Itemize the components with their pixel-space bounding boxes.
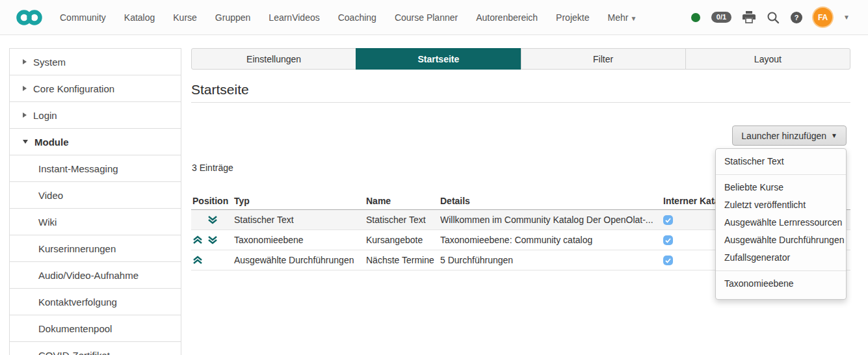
admin-sidebar: System Core Konfiguration Login Module I… [9,48,181,355]
cell-typ: Taxonomieebene [234,235,366,245]
chevron-down-icon: ▼ [831,132,837,139]
print-icon[interactable] [743,11,756,23]
column-header-position[interactable]: Position [191,196,234,206]
sidebar-item-label: COVID-Zertifikat [38,350,110,355]
tab-einstellungen[interactable]: Einstellungen [191,48,356,70]
cell-details: 5 Durchführungen [440,255,663,265]
tab-startseite[interactable]: Startseite [356,48,521,70]
navbar-controls: 0/1 ? FA ▼ [691,8,850,27]
sidebar-item-audio-video-aufnahme[interactable]: Audio/Video-Aufnahme [10,262,181,289]
chevron-down-icon [23,140,28,144]
sidebar-item-label: Wiki [38,217,57,228]
sidebar-item-module[interactable]: Module [10,129,181,155]
sidebar-item-label: Dokumentenpool [38,323,112,334]
cell-name: Nächste Termine [366,255,440,265]
cell-name: Kursangebote [366,235,440,245]
sidebar-item-label: Module [34,137,69,148]
menu-item-ausgewaehlte-durchfuehrungen[interactable]: Ausgewählte Durchführungen [716,231,846,249]
assessment-counter-badge[interactable]: 0/1 [711,12,731,23]
admin-page: Community Katalog Kurse Gruppen LearnVid… [0,0,868,355]
add-launcher-button[interactable]: Launcher hinzufügen ▼ [732,125,847,146]
cell-typ: Ausgewählte Durchführungen [234,255,366,265]
column-header-typ[interactable]: Typ [234,196,366,206]
menu-item-zuletzt-veroeffentlicht[interactable]: Zuletzt veröffentlicht [716,196,846,214]
sidebar-item-label: Instant-Messaging [38,163,118,174]
sidebar-item-instant-messaging[interactable]: Instant-Messaging [10,155,181,182]
sidebar-item-wiki[interactable]: Wiki [10,209,181,235]
nav-item-kurse[interactable]: Kurse [173,12,197,23]
move-up-icon[interactable] [192,256,204,265]
settings-tabs: Einstellungen Startseite Filter Layout [191,48,850,70]
move-down-icon[interactable] [207,215,218,225]
title-divider [191,102,850,103]
add-launcher-label: Launcher hinzufügen [741,131,826,141]
menu-item-zufallsgenerator[interactable]: Zufallsgenerator [716,249,846,267]
sidebar-item-label: Core Konfiguration [33,83,114,94]
column-header-name[interactable]: Name [366,196,440,206]
nav-item-projekte[interactable]: Projekte [556,12,589,23]
sidebar-item-kurserinnerungen[interactable]: Kurserinnerungen [10,235,181,262]
sidebar-item-label: Kurserinnerungen [38,243,116,254]
menu-divider [716,270,846,271]
menu-divider [716,174,846,175]
nav-item-autorenbereich[interactable]: Autorenbereich [476,12,538,23]
nav-item-learnvideos[interactable]: LearnVideos [269,12,319,23]
sidebar-item-label: Kontaktverfolgung [38,296,117,308]
sidebar-item-covid-zertifikat[interactable]: COVID-Zertifikat [10,342,181,355]
avatar[interactable]: FA [813,8,832,27]
checked-icon [663,215,673,225]
launcher-dropdown-menu: Statischer Text Beliebte Kurse Zuletzt v… [715,148,847,300]
menu-item-statischer-text[interactable]: Statischer Text [716,153,846,170]
tab-layout[interactable]: Layout [685,48,850,70]
help-icon[interactable]: ? [791,12,802,23]
sidebar-item-dokumentenpool[interactable]: Dokumentenpool [10,315,181,342]
openolat-logo-icon[interactable] [14,8,44,27]
move-down-icon[interactable] [207,235,218,245]
sidebar-item-core-konfiguration[interactable]: Core Konfiguration [10,75,181,102]
cell-name: Statischer Text [366,215,440,225]
chevron-down-icon: ▼ [630,15,637,22]
sidebar-item-label: Audio/Video-Aufnahme [38,270,138,281]
user-menu-chevron-down-icon[interactable]: ▼ [843,14,850,21]
chevron-right-icon [23,86,27,91]
online-status-dot [691,13,700,22]
move-up-icon[interactable] [192,235,204,245]
tab-filter[interactable]: Filter [521,48,686,70]
search-icon[interactable] [767,11,780,24]
entries-count: 3 Einträge [192,163,233,173]
sidebar-item-label: System [33,57,66,68]
sidebar-item-label: Video [38,190,63,201]
checked-icon [663,235,673,245]
nav-item-katalog[interactable]: Katalog [124,12,155,23]
page-title: Startseite [191,82,249,98]
column-header-details[interactable]: Details [440,196,663,206]
sidebar-item-video[interactable]: Video [10,182,181,209]
main-menu: Community Katalog Kurse Gruppen LearnVid… [60,12,637,23]
top-navbar: Community Katalog Kurse Gruppen LearnVid… [0,0,868,35]
nav-item-community[interactable]: Community [60,12,106,23]
cell-details: Willkommen im Community Katalog Der Open… [440,215,663,225]
chevron-right-icon [23,59,27,64]
nav-item-course-planner[interactable]: Course Planner [395,12,458,23]
cell-details: Taxonomieebene: Community catalog [440,235,663,245]
sidebar-item-kontaktverfolgung[interactable]: Kontaktverfolgung [10,289,181,315]
sidebar-item-label: Login [33,110,57,121]
nav-item-gruppen[interactable]: Gruppen [215,12,250,23]
sidebar-item-system[interactable]: System [10,49,181,75]
menu-item-ausgewaehlte-lernressourcen[interactable]: Ausgewählte Lernressourcen [716,214,846,231]
menu-item-taxonomieebene[interactable]: Taxonomieebene [716,275,846,293]
chevron-right-icon [23,112,27,118]
nav-item-mehr[interactable]: Mehr▼ [607,12,637,23]
nav-item-coaching[interactable]: Coaching [338,12,376,23]
checked-icon [663,256,673,265]
cell-typ: Statischer Text [234,215,366,225]
sidebar-item-login[interactable]: Login [10,102,181,129]
menu-item-beliebte-kurse[interactable]: Beliebte Kurse [716,179,846,196]
